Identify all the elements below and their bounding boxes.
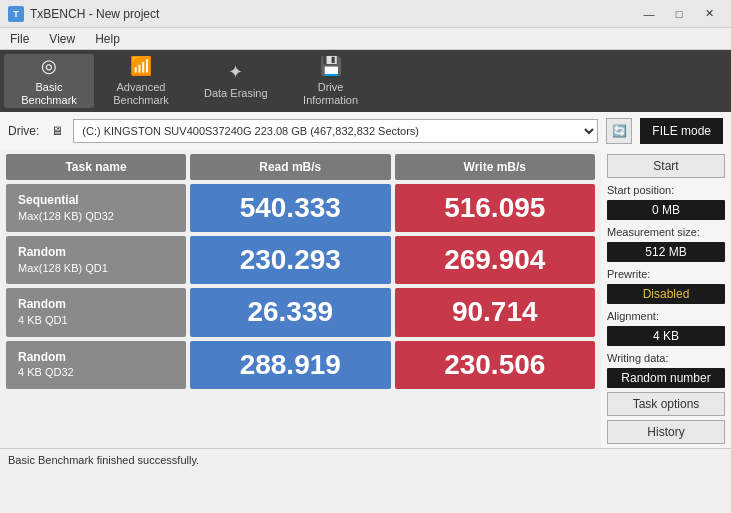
header-write: Write mB/s [395,154,596,180]
row0-label: Sequential Max(128 KB) QD32 [6,184,186,232]
row1-main-label: Random [18,244,174,261]
row0-main-label: Sequential [18,192,174,209]
benchmark-table: Task name Read mB/s Write mB/s Sequentia… [0,150,601,448]
advanced-benchmark-icon: 📶 [130,55,152,77]
header-read: Read mB/s [190,154,391,180]
toolbar-data-erasing[interactable]: ✦ Data Erasing [188,54,284,108]
row1-label: Random Max(128 KB) QD1 [6,236,186,284]
menu-view[interactable]: View [45,31,79,47]
minimize-button[interactable]: — [635,4,663,24]
right-panel: Start Start position: 0 MB Measurement s… [601,150,731,448]
row2-sub-label: 4 KB QD1 [18,313,174,328]
app-icon: T [8,6,24,22]
table-row: Random 4 KB QD32 288.919 230.506 [6,341,595,389]
basic-benchmark-label: BasicBenchmark [21,81,77,107]
menu-file[interactable]: File [6,31,33,47]
menu-bar: File View Help [0,28,731,50]
drive-information-label: DriveInformation [303,81,358,107]
start-position-label: Start position: [607,184,725,196]
status-message: Basic Benchmark finished successfully. [8,454,199,466]
file-mode-button[interactable]: FILE mode [640,118,723,144]
maximize-button[interactable]: □ [665,4,693,24]
row2-label: Random 4 KB QD1 [6,288,186,336]
table-row: Sequential Max(128 KB) QD32 540.333 516.… [6,184,595,232]
status-bar: Basic Benchmark finished successfully. [0,448,731,470]
close-button[interactable]: ✕ [695,4,723,24]
advanced-benchmark-label: AdvancedBenchmark [113,81,169,107]
row3-main-label: Random [18,349,174,366]
start-position-value: 0 MB [607,200,725,220]
measurement-size-value: 512 MB [607,242,725,262]
drive-refresh-button[interactable]: 🔄 [606,118,632,144]
row0-write: 516.095 [395,184,596,232]
drive-icon: 🖥 [51,124,63,138]
row0-read: 540.333 [190,184,391,232]
task-options-button[interactable]: Task options [607,392,725,416]
row3-write: 230.506 [395,341,596,389]
toolbar-drive-information[interactable]: 💾 DriveInformation [286,54,376,108]
table-row: Random 4 KB QD1 26.339 90.714 [6,288,595,336]
row1-sub-label: Max(128 KB) QD1 [18,261,174,276]
toolbar-advanced-benchmark[interactable]: 📶 AdvancedBenchmark [96,54,186,108]
table-row: Random Max(128 KB) QD1 230.293 269.904 [6,236,595,284]
history-button[interactable]: History [607,420,725,444]
toolbar: ◎ BasicBenchmark 📶 AdvancedBenchmark ✦ D… [0,50,731,112]
row3-read: 288.919 [190,341,391,389]
row2-main-label: Random [18,296,174,313]
alignment-label: Alignment: [607,310,725,322]
writing-data-label: Writing data: [607,352,725,364]
row1-write: 269.904 [395,236,596,284]
data-erasing-label: Data Erasing [204,87,268,100]
window-title: TxBENCH - New project [30,7,159,21]
row3-label: Random 4 KB QD32 [6,341,186,389]
row3-sub-label: 4 KB QD32 [18,365,174,380]
drive-information-icon: 💾 [320,55,342,77]
measurement-size-label: Measurement size: [607,226,725,238]
alignment-value: 4 KB [607,326,725,346]
row0-sub-label: Max(128 KB) QD32 [18,209,174,224]
table-header: Task name Read mB/s Write mB/s [6,154,595,180]
window-controls: — □ ✕ [635,4,723,24]
menu-help[interactable]: Help [91,31,124,47]
main-area: Task name Read mB/s Write mB/s Sequentia… [0,150,731,448]
drive-label: Drive: [8,124,39,138]
drive-row: Drive: 🖥 (C:) KINGSTON SUV400S37240G 223… [0,112,731,150]
start-button[interactable]: Start [607,154,725,178]
title-bar: T TxBENCH - New project — □ ✕ [0,0,731,28]
prewrite-value: Disabled [607,284,725,304]
row2-read: 26.339 [190,288,391,336]
data-erasing-icon: ✦ [228,61,243,83]
toolbar-basic-benchmark[interactable]: ◎ BasicBenchmark [4,54,94,108]
writing-data-value: Random number [607,368,725,388]
header-task-name: Task name [6,154,186,180]
prewrite-label: Prewrite: [607,268,725,280]
title-bar-left: T TxBENCH - New project [8,6,159,22]
basic-benchmark-icon: ◎ [41,55,57,77]
row1-read: 230.293 [190,236,391,284]
row2-write: 90.714 [395,288,596,336]
drive-select[interactable]: (C:) KINGSTON SUV400S37240G 223.08 GB (4… [73,119,598,143]
